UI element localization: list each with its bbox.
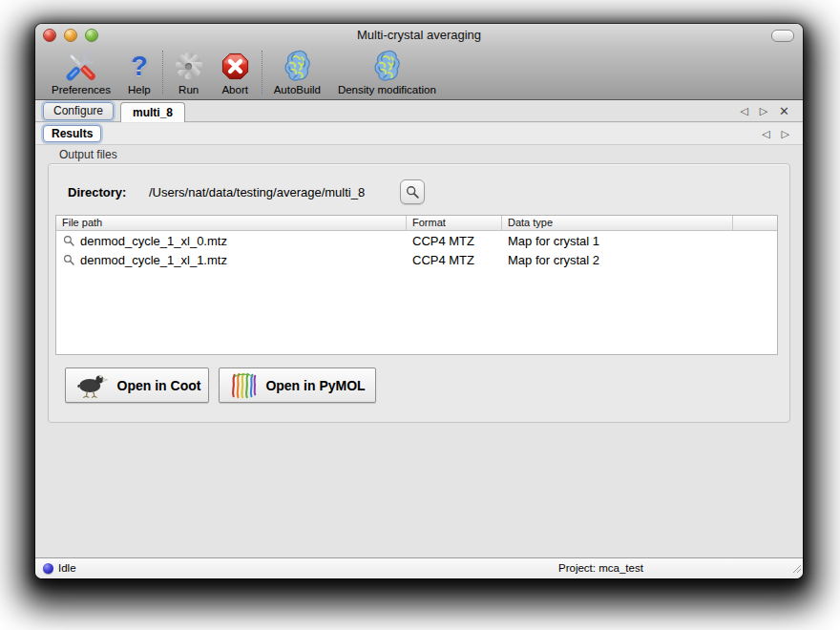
tab-results[interactable]: Results	[43, 125, 101, 142]
notebook-tab-bar: Configure multi_8 ◁ ▷ ✕	[35, 101, 803, 122]
status-indicator-icon	[43, 563, 53, 574]
file-name: denmod_cycle_1_xl_0.mtz	[80, 234, 227, 248]
project-label: Project: mca_test	[558, 562, 643, 574]
preferences-label: Preferences	[52, 84, 111, 95]
magnifier-icon	[63, 235, 75, 247]
open-in-coot-button[interactable]: Open in Coot	[65, 368, 209, 403]
results-nav-controls: ◁ ▷	[762, 129, 803, 139]
file-format: CCP4 MTZ	[407, 253, 502, 267]
autobuild-button[interactable]: AutoBuild	[265, 46, 329, 99]
titlebar[interactable]: Multi-crystal averaging	[35, 24, 803, 46]
abort-button[interactable]: Abort	[212, 46, 259, 99]
col-data-type[interactable]: Data type	[502, 216, 733, 230]
screenshot-stage: Multi-crystal averaging	[0, 0, 840, 630]
output-files-table[interactable]: File path Format Data type denmod_cycle_…	[55, 215, 778, 355]
col-empty	[733, 216, 777, 230]
tab-scroll-right-icon[interactable]: ▷	[760, 106, 767, 116]
preferences-icon	[65, 49, 97, 83]
abort-label: Abort	[221, 84, 248, 95]
status-bar: Idle Project: mca_test	[35, 557, 803, 578]
results-scroll-right-icon[interactable]: ▷	[782, 129, 789, 139]
results-tab-bar: Results ◁ ▷	[35, 123, 803, 145]
density-modification-label: Density modification	[338, 84, 436, 95]
file-format: CCP4 MTZ	[407, 234, 502, 248]
help-button[interactable]: ? Help	[119, 46, 159, 99]
tab-multi-8[interactable]: multi_8	[120, 102, 185, 122]
directory-label: Directory:	[68, 185, 126, 200]
run-gear-icon	[175, 49, 203, 83]
open-in-pymol-label: Open in PyMOL	[265, 378, 365, 393]
results-scroll-left-icon[interactable]: ◁	[762, 129, 769, 139]
density-modification-button[interactable]: Density modification	[329, 46, 445, 99]
file-data-type: Map for crystal 1	[502, 234, 733, 248]
table-row[interactable]: denmod_cycle_1_xl_1.mtz CCP4 MTZ Map for…	[56, 250, 777, 269]
open-in-pymol-button[interactable]: Open in PyMOL	[219, 368, 376, 403]
preferences-button[interactable]: Preferences	[43, 46, 119, 99]
tab-scroll-left-icon[interactable]: ◁	[740, 106, 747, 116]
status-text: Idle	[58, 562, 76, 574]
autobuild-icon	[282, 49, 312, 83]
col-file-path[interactable]: File path	[56, 216, 407, 230]
file-data-type: Map for crystal 2	[502, 253, 733, 267]
directory-value: /Users/nat/data/testing/average/multi_8	[149, 185, 365, 200]
tab-configure[interactable]: Configure	[43, 102, 114, 120]
output-files-label: Output files	[59, 148, 117, 161]
directory-row: Directory: /Users/nat/data/testing/avera…	[49, 181, 789, 206]
magnifier-icon	[406, 185, 420, 200]
toolbar: Preferences ? Help Run	[35, 46, 803, 100]
file-name: denmod_cycle_1_xl_1.mtz	[80, 253, 227, 267]
coot-bird-icon	[74, 373, 110, 398]
browse-directory-button[interactable]	[400, 179, 425, 204]
table-row[interactable]: denmod_cycle_1_xl_0.mtz CCP4 MTZ Map for…	[56, 231, 777, 250]
results-panel: Output files Directory: /Users/nat/data/…	[35, 145, 803, 558]
app-window: Multi-crystal averaging	[35, 24, 803, 578]
output-files-groupbox: Directory: /Users/nat/data/testing/avera…	[48, 163, 790, 423]
run-label: Run	[178, 84, 199, 95]
help-label: Help	[128, 84, 151, 95]
open-in-coot-label: Open in Coot	[117, 378, 201, 393]
autobuild-label: AutoBuild	[274, 84, 321, 95]
window-title: Multi-crystal averaging	[35, 28, 803, 42]
help-icon: ?	[131, 49, 148, 83]
toolbar-separator	[162, 51, 163, 94]
magnifier-icon	[63, 254, 75, 266]
abort-icon	[220, 49, 250, 83]
action-buttons-row: Open in Coot	[49, 368, 789, 406]
toolbar-separator	[262, 51, 262, 94]
tab-close-icon[interactable]: ✕	[779, 105, 789, 117]
density-modification-icon	[371, 49, 402, 83]
pymol-ribbon-icon	[229, 371, 258, 400]
toolbar-toggle-button[interactable]	[771, 30, 794, 42]
resize-grip[interactable]	[789, 560, 802, 578]
col-format[interactable]: Format	[407, 216, 502, 230]
table-header: File path Format Data type	[56, 216, 777, 231]
tab-nav-controls: ◁ ▷ ✕	[740, 105, 803, 117]
run-button[interactable]: Run	[166, 46, 212, 99]
